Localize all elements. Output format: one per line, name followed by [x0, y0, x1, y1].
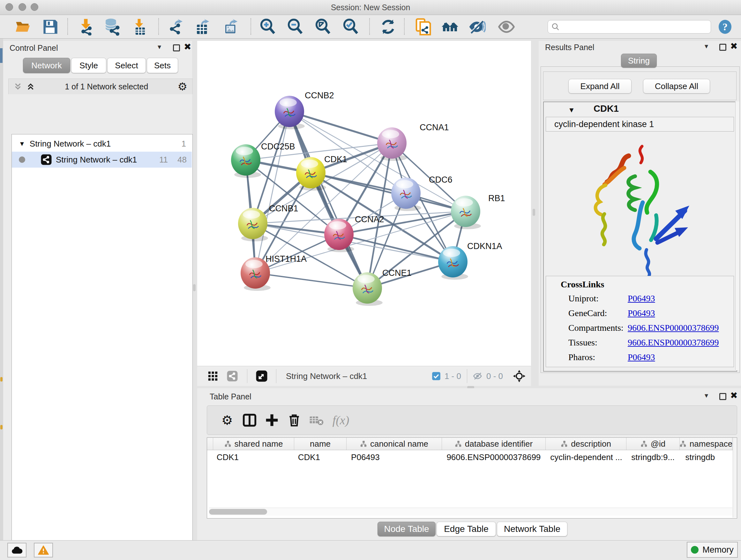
hide-panel-eye-icon[interactable]: [468, 18, 486, 36]
table-cell[interactable]: cyclin-dependent ...: [548, 450, 629, 464]
show-panel-eye-icon[interactable]: [497, 18, 515, 36]
network-node-RB1[interactable]: RB1: [451, 193, 505, 229]
tab-style[interactable]: Style: [71, 58, 106, 73]
column-header-description[interactable]: description: [546, 438, 626, 450]
network-node-CDK1[interactable]: CDK1: [296, 154, 347, 191]
birdseye-view-icon[interactable]: [256, 370, 268, 382]
table-hscrollbar-thumb[interactable]: [209, 509, 267, 515]
gene-collapse-icon[interactable]: ▼: [568, 106, 575, 114]
delete-table-icon[interactable]: [306, 411, 328, 430]
memory-button[interactable]: Memory: [687, 542, 738, 558]
network-graph[interactable]: CCNB2CCNA1CDC25BCDK1CDC6RB1CCNB1CCNA2CDK…: [197, 41, 531, 366]
hidden-eye-icon[interactable]: [472, 371, 483, 381]
selected-checkbox-icon[interactable]: [432, 372, 441, 381]
network-edge[interactable]: [339, 234, 453, 262]
network-node-CDC25B[interactable]: CDC25B: [231, 142, 295, 178]
tab-string[interactable]: String: [621, 54, 657, 68]
crosslink-link[interactable]: 9606.ENSP00000378699: [628, 323, 719, 337]
fit-selected-crosshair-icon[interactable]: [513, 369, 526, 383]
clone-network-button[interactable]: [414, 18, 432, 36]
table-row[interactable]: CDK1CDK1P064939606.ENSP00000378699cyclin…: [207, 450, 737, 464]
network-row[interactable]: String Network – cdk1 11 48: [12, 152, 192, 168]
grid-view-icon[interactable]: [207, 371, 218, 381]
panel-float-icon[interactable]: [719, 393, 726, 400]
network-options-gear-icon[interactable]: ⚙: [178, 80, 187, 93]
tab-sets[interactable]: Sets: [147, 58, 178, 73]
tab-network[interactable]: Network: [23, 58, 70, 73]
tree-expand-icon[interactable]: ▼: [19, 140, 25, 147]
export-table-button[interactable]: [194, 18, 212, 36]
table-cell[interactable]: CDK1: [215, 450, 296, 464]
cloud-status-button[interactable]: [7, 543, 26, 557]
panel-menu-icon[interactable]: ▾: [158, 43, 161, 51]
network-canvas[interactable]: CCNB2CCNA1CDC25BCDK1CDC6RB1CCNB1CCNA2CDK…: [197, 41, 531, 366]
refresh-button[interactable]: [379, 18, 397, 36]
table-cell[interactable]: stringdb: [684, 450, 737, 464]
chevron-double-down-icon[interactable]: [13, 82, 23, 91]
panel-close-icon[interactable]: ✖: [184, 42, 191, 52]
split-columns-icon[interactable]: [239, 411, 261, 430]
panel-close-icon[interactable]: ✖: [730, 41, 738, 51]
column-header-database-identifier[interactable]: database identifier: [442, 438, 546, 450]
delete-column-trash-icon[interactable]: [283, 411, 306, 430]
network-node-HIST1H1A[interactable]: HIST1H1A: [241, 254, 307, 291]
network-node-CCNB2[interactable]: CCNB2: [275, 91, 334, 129]
import-network-file-button[interactable]: [77, 18, 95, 36]
left-splitter-handle[interactable]: [193, 284, 196, 291]
home-networks-icon[interactable]: [441, 18, 459, 36]
add-column-icon[interactable]: [261, 411, 283, 430]
column-header-@id[interactable]: @id: [626, 438, 680, 450]
warnings-button[interactable]: [34, 543, 53, 557]
table-hscrollbar[interactable]: [209, 508, 732, 516]
import-table-file-button[interactable]: [130, 18, 148, 36]
column-header-namespace[interactable]: namespace: [680, 438, 732, 450]
search-input[interactable]: [560, 22, 711, 32]
tab-select[interactable]: Select: [107, 58, 146, 73]
tab-network-table[interactable]: Network Table: [497, 522, 567, 537]
tab-node-table[interactable]: Node Table: [378, 522, 435, 537]
zoom-fit-button[interactable]: [314, 18, 332, 36]
results-scrollbar[interactable]: [735, 102, 739, 370]
panel-float-icon[interactable]: [173, 44, 180, 51]
column-header-name[interactable]: name: [294, 438, 347, 450]
expand-all-button[interactable]: Expand All: [568, 79, 631, 94]
table-settings-gear-icon[interactable]: ⚙: [216, 411, 239, 430]
table-vscrollbar[interactable]: [733, 438, 737, 517]
crosslink-link[interactable]: P06493: [628, 294, 655, 308]
crosslink-link[interactable]: 9606.ENSP00000378699: [628, 337, 719, 352]
tab-edge-table[interactable]: Edge Table: [436, 522, 496, 537]
import-network-database-button[interactable]: [104, 18, 121, 36]
help-button[interactable]: ?: [718, 19, 733, 35]
network-edge[interactable]: [255, 273, 367, 288]
chevron-double-up-icon[interactable]: [26, 82, 36, 91]
panel-float-icon[interactable]: [719, 44, 726, 51]
network-view-icon[interactable]: [226, 370, 238, 382]
collapse-all-button[interactable]: Collapse All: [643, 79, 710, 94]
column-header-shared-name[interactable]: shared name: [213, 438, 294, 450]
zoom-out-button[interactable]: [286, 18, 304, 36]
crosslink-link[interactable]: P06493: [628, 352, 655, 367]
panel-close-icon[interactable]: ✖: [730, 390, 738, 401]
save-session-button[interactable]: [42, 18, 59, 36]
network-edge[interactable]: [255, 111, 289, 273]
table-cell[interactable]: stringdb:9...: [629, 450, 683, 464]
network-node-CDKN1A[interactable]: CDKN1A: [438, 241, 502, 280]
right-splitter-handle[interactable]: [533, 209, 535, 216]
export-network-button[interactable]: [168, 18, 186, 36]
zoom-in-button[interactable]: [259, 18, 277, 36]
panel-menu-icon[interactable]: ▾: [704, 42, 708, 51]
table-cell[interactable]: P06493: [349, 450, 445, 464]
table-cell[interactable]: CDK1: [296, 450, 349, 464]
open-session-button[interactable]: [14, 18, 32, 36]
export-image-button[interactable]: [222, 18, 240, 36]
protein-structure-image[interactable]: [572, 137, 700, 278]
column-header-canonical-name[interactable]: canonical name: [347, 438, 442, 450]
network-node-CCNA1[interactable]: CCNA1: [377, 123, 449, 161]
function-builder-icon[interactable]: f(x): [330, 411, 352, 430]
crosslink-link[interactable]: P06493: [628, 308, 655, 323]
network-edge[interactable]: [289, 111, 392, 143]
table-cell[interactable]: 9606.ENSP00000378699: [445, 450, 548, 464]
zoom-selected-button[interactable]: [342, 18, 360, 36]
panel-menu-icon[interactable]: ▾: [704, 391, 708, 400]
network-collection-row[interactable]: ▼ String Network – cdk1 1: [12, 136, 192, 152]
